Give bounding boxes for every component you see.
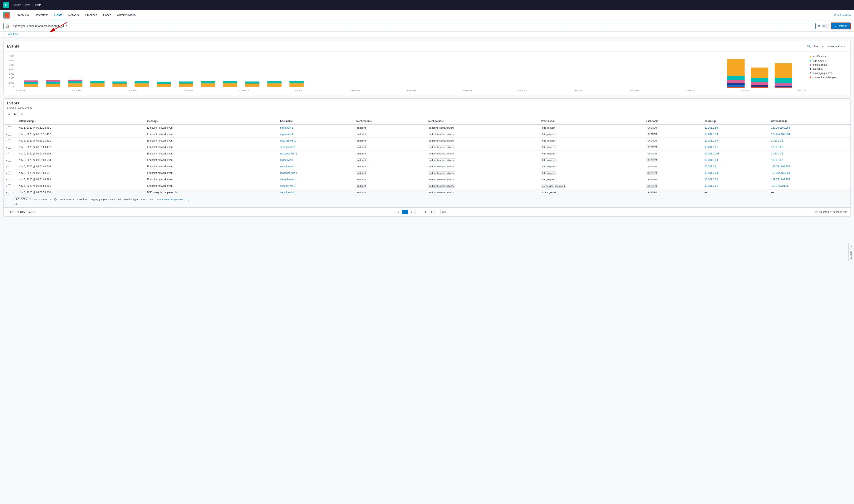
col-user-name[interactable]: user.name (644, 118, 702, 124)
row-checkbox-11[interactable] (8, 191, 11, 194)
search-input[interactable] (13, 24, 813, 28)
cell-source-1[interactable]: 10.201.0.58 (702, 124, 769, 131)
cell-source-7[interactable]: 10.201.0.61 (702, 163, 769, 170)
cell-host-10[interactable]: security-win-1 (278, 183, 354, 189)
page-326-button[interactable]: 326 (440, 210, 448, 214)
prev-page-button[interactable]: ‹ (395, 210, 402, 214)
cell-source-2[interactable]: 10.201.0.58 (702, 131, 769, 138)
col-event-dataset[interactable]: event.dataset (426, 118, 539, 124)
nav-administration[interactable]: Administration (115, 10, 138, 20)
row-checkbox-4[interactable] (8, 146, 11, 149)
cell-dest-8[interactable]: 169.254.169.254 (769, 170, 851, 176)
cell-host-8[interactable]: response-win-1 (278, 170, 354, 176)
row-expand-icon-8[interactable]: ▶ (6, 172, 7, 174)
cell-source-10[interactable]: 10.201.0.61 (702, 183, 769, 189)
row-checkbox-3[interactable] (8, 139, 11, 142)
row-menu-4[interactable]: ··· (12, 146, 15, 149)
breadcrumb-hosts[interactable]: Hosts (24, 3, 31, 6)
row-checkbox-10[interactable] (8, 184, 11, 187)
chart-bars[interactable]: 2020-10-07 2020-10-09 2020-10-11 2020-10… (16, 55, 806, 91)
inspect-button[interactable]: 🔍 (807, 44, 811, 48)
page-3-button[interactable]: 3 (415, 210, 421, 214)
nav-hosts[interactable]: Hosts (52, 10, 65, 20)
col-settings-btn[interactable]: ⚙ (19, 112, 24, 116)
row-menu-9[interactable]: ··· (12, 178, 15, 181)
row-menu-5[interactable]: ··· (12, 152, 15, 155)
add-data-button[interactable]: ⊕ + Add data (834, 14, 851, 17)
row-expand-icon-10[interactable]: ▶ (6, 185, 7, 187)
stack-by-select[interactable]: event.action ▾ (826, 44, 847, 49)
next-page-button[interactable]: › (449, 210, 455, 214)
row-checkbox-6[interactable] (8, 159, 11, 162)
per-page-select[interactable]: 25 ▾ (7, 210, 15, 214)
col-timestamp[interactable]: @timestamp ↓ (17, 118, 145, 124)
row-menu-11[interactable]: ··· (12, 191, 15, 194)
row-expand-icon-1[interactable]: ▶ (6, 127, 7, 129)
search-expand-icon[interactable]: ▾ (11, 24, 12, 28)
cell-dest-7[interactable]: 169.254.169.254 (769, 163, 851, 170)
row-expand-icon-3[interactable]: ▶ (6, 140, 7, 142)
refresh-button[interactable]: ↻ Refresh (831, 22, 851, 30)
row-menu-8[interactable]: ··· (12, 172, 15, 175)
cell-dest-3[interactable]: 10.201.0.2 (769, 138, 851, 144)
row-expand-icon-2[interactable]: ▶ (6, 133, 7, 136)
cell-host-7[interactable]: security-win-1 (278, 163, 354, 170)
search-toggle-icon[interactable]: 📋 (6, 24, 9, 28)
kql-button[interactable]: KQL (822, 24, 829, 28)
row-menu-10[interactable]: ··· (12, 184, 15, 187)
row-expand-icon-5[interactable]: ▶ (6, 152, 7, 155)
col-source-ip[interactable]: source.ip (702, 118, 769, 124)
cell-dest-1[interactable]: 169.254.169.254 (769, 124, 851, 131)
cell-host-1[interactable]: mgmt-win-1 (278, 124, 354, 131)
cell-dest-9[interactable]: 169.254.169.254 (769, 176, 851, 183)
row-expand-icon-6[interactable]: ▶ (6, 159, 7, 161)
page-4-button[interactable]: 4 (422, 210, 428, 214)
cell-host-2[interactable]: mgmt-win-1 (278, 131, 354, 138)
col-event-action[interactable]: event.action (539, 118, 644, 124)
add-filter-button[interactable]: + Add filter (6, 33, 18, 36)
row-checkbox-9[interactable] (8, 178, 11, 181)
cell-dest-2[interactable]: 169.254.169.254 (769, 131, 851, 138)
cell-source-6[interactable]: 10.201.0.58 (702, 157, 769, 163)
col-event-module[interactable]: event.module (354, 118, 426, 124)
col-message[interactable]: message (145, 118, 278, 124)
row-checkbox-5[interactable] (8, 152, 11, 155)
cell-dest-6[interactable]: 10.201.0.2 (769, 157, 851, 163)
cell-source-4[interactable]: 10.201.0.61 (702, 144, 769, 150)
cell-source-9[interactable]: 10.201.0.30 (702, 176, 769, 183)
cell-source-5[interactable]: 10.201.0.203 (702, 150, 769, 157)
cell-dest-10[interactable]: 108.177.121.95 (769, 183, 851, 189)
cell-dest-4[interactable]: 10.201.0.2 (769, 144, 851, 150)
cell-source-8[interactable]: 10.201.0.203 (702, 170, 769, 176)
nav-overview[interactable]: Overview (14, 10, 31, 20)
page-1-button[interactable]: 1 (402, 210, 408, 214)
row-checkbox-1[interactable] (8, 126, 11, 129)
nav-detections[interactable]: Detections (32, 10, 51, 20)
row-checkbox-7[interactable] (8, 165, 11, 168)
breadcrumb-security[interactable]: Security (12, 3, 21, 6)
page-5-button[interactable]: 5 (429, 210, 435, 214)
cell-host-3[interactable]: data-viz-win-1 (278, 138, 354, 144)
cell-host-5[interactable]: response-win-1 (278, 150, 354, 157)
row-menu-6[interactable]: ··· (12, 159, 15, 162)
tag-host[interactable]: security-win-1 (58, 198, 76, 201)
filter-info-icon[interactable]: ℹ (3, 33, 4, 36)
col-host-name[interactable]: host.name (278, 118, 354, 124)
row-checkbox-8[interactable] (8, 172, 11, 175)
cell-source-3[interactable]: 10.201.0.30 (702, 138, 769, 144)
nav-network[interactable]: Network (66, 10, 81, 20)
nav-timelines[interactable]: Timelines (82, 10, 100, 20)
page-2-button[interactable]: 2 (409, 210, 415, 214)
row-checkbox-2[interactable] (8, 133, 11, 136)
cell-host-9[interactable]: data-viz-win-1 (278, 176, 354, 183)
nav-cases[interactable]: Cases (101, 10, 114, 20)
row-expand-icon-11[interactable]: ▶ (6, 191, 7, 194)
cell-host-4[interactable]: security-win-1 (278, 144, 354, 150)
row-menu-2[interactable]: ··· (12, 133, 15, 136)
cell-host-6[interactable]: mgmt-win-1 (278, 157, 354, 163)
cell-dest-5[interactable]: 10.201.0.2 (769, 150, 851, 157)
row-expand-icon-7[interactable]: ▶ (6, 165, 7, 168)
row-menu-3[interactable]: ··· (12, 139, 15, 142)
col-destination-ip[interactable]: destination.ip (769, 118, 851, 124)
row-expand-icon-9[interactable]: ▶ (6, 178, 7, 181)
